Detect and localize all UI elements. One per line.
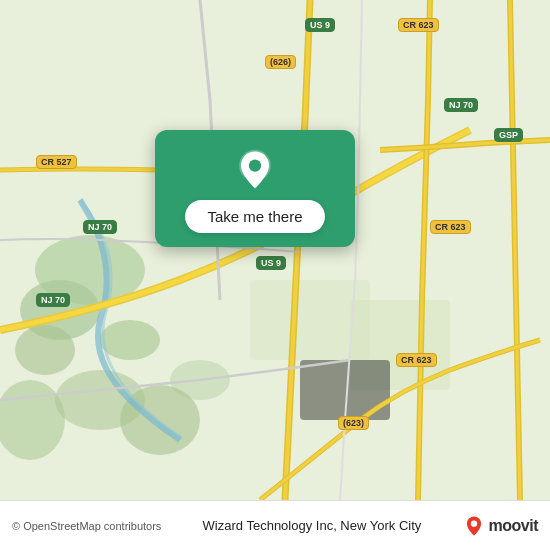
road-label-nj70-left: NJ 70: [83, 220, 117, 234]
moovit-logo: moovit: [463, 515, 538, 537]
svg-point-14: [470, 520, 476, 526]
road-label-nj70-bottom: NJ 70: [36, 293, 70, 307]
road-label-623-btm: (623): [338, 416, 369, 430]
bottom-bar: © OpenStreetMap contributors Wizard Tech…: [0, 500, 550, 550]
road-label-nj70-right: NJ 70: [444, 98, 478, 112]
location-label: Wizard Technology Inc, New York City: [203, 518, 422, 533]
svg-point-13: [249, 159, 261, 171]
location-pin-icon: [233, 148, 277, 192]
road-label-cr623-top: CR 623: [398, 18, 439, 32]
location-card: Take me there: [155, 130, 355, 247]
map-background: [0, 0, 550, 500]
road-label-cr527: CR 527: [36, 155, 77, 169]
svg-point-4: [15, 325, 75, 375]
bottom-left-section: © OpenStreetMap contributors: [12, 520, 161, 532]
road-label-us9-mid: US 9: [256, 256, 286, 270]
road-label-cr623-mid: CR 623: [430, 220, 471, 234]
moovit-pin-icon: [463, 515, 485, 537]
road-label-us9-top: US 9: [305, 18, 335, 32]
map-view: US 9 CR 623 (626) NJ 70 GSP CR 527 NJ 70…: [0, 0, 550, 500]
take-me-there-button[interactable]: Take me there: [185, 200, 324, 233]
copyright-text: © OpenStreetMap contributors: [12, 520, 161, 532]
road-label-cr626: (626): [265, 55, 296, 69]
moovit-brand-text: moovit: [489, 517, 538, 535]
road-label-cr623-bot: CR 623: [396, 353, 437, 367]
svg-point-3: [100, 320, 160, 360]
road-label-gsp: GSP: [494, 128, 523, 142]
